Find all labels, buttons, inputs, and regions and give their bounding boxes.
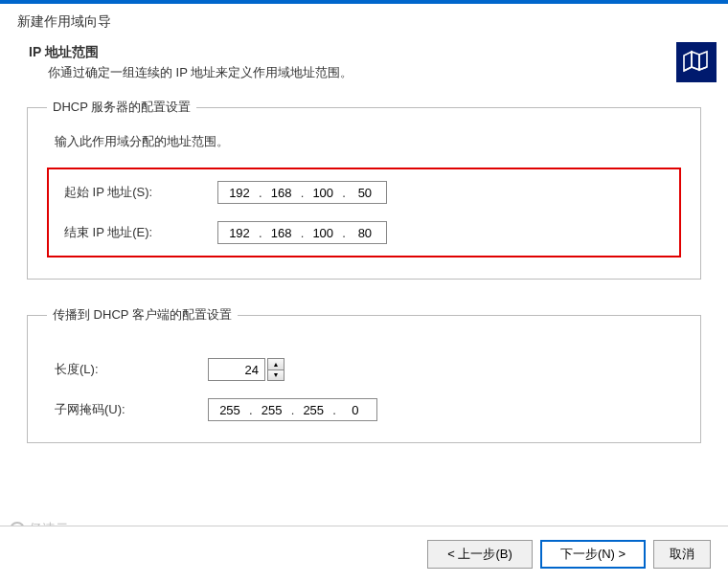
dhcp-server-config-group: DHCP 服务器的配置设置 输入此作用域分配的地址范围。 起始 IP 地址(S)… — [27, 99, 701, 280]
start-ip-octet-3[interactable] — [306, 186, 340, 200]
wizard-title: 新建作用域向导 — [0, 4, 728, 40]
mask-octet-4[interactable] — [338, 403, 373, 417]
mask-label: 子网掩码(U): — [55, 401, 208, 418]
subnet-mask-input[interactable]: . . . — [208, 398, 377, 421]
dhcp-prompt: 输入此作用域分配的地址范围。 — [47, 133, 681, 150]
length-label: 长度(L): — [55, 361, 208, 378]
start-ip-input[interactable]: . . . — [217, 181, 387, 204]
end-ip-octet-2[interactable] — [264, 226, 299, 240]
length-input[interactable] — [208, 358, 265, 381]
books-icon — [676, 42, 717, 82]
wizard-header: IP 地址范围 你通过确定一组连续的 IP 地址来定义作用域地址范围。 — [0, 40, 728, 99]
wizard-footer: < 上一步(B) 下一步(N) > 取消 — [0, 526, 728, 582]
mask-octet-3[interactable] — [296, 403, 330, 417]
dhcp-group-legend: DHCP 服务器的配置设置 — [47, 99, 196, 116]
end-ip-octet-4[interactable] — [348, 226, 382, 240]
page-heading: IP 地址范围 — [29, 44, 728, 61]
start-ip-label: 起始 IP 地址(S): — [64, 184, 217, 201]
length-spin-up[interactable]: ▲ — [268, 359, 284, 370]
mask-octet-2[interactable] — [255, 403, 289, 417]
end-ip-octet-1[interactable] — [222, 226, 257, 240]
page-subheading: 你通过确定一组连续的 IP 地址来定义作用域地址范围。 — [29, 64, 728, 81]
length-spin-down[interactable]: ▼ — [268, 370, 284, 381]
end-ip-octet-3[interactable] — [306, 226, 340, 240]
dhcp-client-config-group: 传播到 DHCP 客户端的配置设置 长度(L): ▲ ▼ 子网掩码(U): . … — [27, 306, 701, 443]
cancel-button[interactable]: 取消 — [653, 540, 711, 569]
next-button[interactable]: 下一步(N) > — [540, 540, 646, 569]
end-ip-input[interactable]: . . . — [217, 221, 387, 244]
start-ip-octet-1[interactable] — [222, 186, 257, 200]
client-group-legend: 传播到 DHCP 客户端的配置设置 — [47, 306, 238, 324]
mask-octet-1[interactable] — [213, 403, 247, 417]
back-button[interactable]: < 上一步(B) — [427, 540, 533, 569]
start-ip-octet-2[interactable] — [264, 186, 299, 200]
ip-range-highlight: 起始 IP 地址(S): . . . 结束 IP 地址(E): . . — [47, 168, 681, 257]
end-ip-label: 结束 IP 地址(E): — [64, 224, 217, 241]
start-ip-octet-4[interactable] — [348, 186, 382, 200]
